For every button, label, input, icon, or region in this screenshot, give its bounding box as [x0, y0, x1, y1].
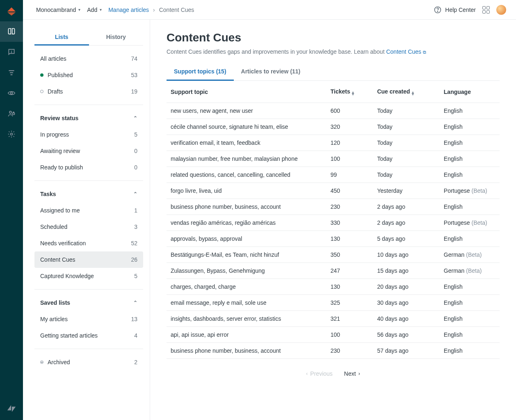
sidebar-item[interactable]: Scheduled3 [34, 219, 143, 235]
cell-topic: Zulassungen, Bypass, Genehmigung [167, 263, 326, 279]
cell-language: German (Beta) [440, 247, 500, 263]
nav-rail [0, 0, 23, 420]
cell-language: English [440, 151, 500, 167]
cell-tickets: 100 [326, 151, 373, 167]
sidebar-item-label: My articles [40, 316, 68, 322]
cell-tickets: 100 [326, 327, 373, 343]
table-row[interactable]: cécile channel source, signature hi team… [167, 119, 500, 135]
section-tasks[interactable]: Tasks ⌃ [34, 186, 143, 202]
table-row[interactable]: email message, reply e mail, sole use325… [167, 295, 500, 311]
sidebar-item-count: 19 [131, 88, 137, 95]
sidebar-item[interactable]: Captured Knowledge5 [34, 268, 143, 284]
chevron-up-icon: ⌃ [133, 191, 137, 197]
nav-customize[interactable] [0, 83, 23, 103]
col-cue-created[interactable]: Cue created▴▾ [373, 81, 439, 103]
sidebar-item[interactable]: Published53 [34, 67, 143, 83]
sidebar-item-label: Scheduled [40, 224, 67, 230]
cell-tickets: 120 [326, 135, 373, 151]
table-row[interactable]: charges, charged, charge13020 days agoEn… [167, 279, 500, 295]
sidebar-item-count: 1 [134, 207, 137, 214]
cell-topic: related questions, cancel, cancelling, c… [167, 167, 326, 183]
svg-rect-4 [9, 70, 14, 71]
sidebar-item[interactable]: Assigned to me1 [34, 202, 143, 219]
table-row[interactable]: approvals, bypass, approval1305 days ago… [167, 231, 500, 247]
content-cues-doc-link[interactable]: Content Cues⧉ [386, 48, 426, 55]
app-switcher-icon[interactable] [482, 6, 490, 14]
cell-tickets: 130 [326, 279, 373, 295]
cell-topic: cécile channel source, signature hi team… [167, 119, 326, 135]
cell-language: English [440, 135, 500, 151]
sidebar-item[interactable]: Content Cues26 [34, 251, 143, 268]
col-support-topic[interactable]: Support topic [167, 81, 326, 103]
cell-topic: malaysian number, free number, malaysian… [167, 151, 326, 167]
sidebar-item[interactable]: Awaiting review0 [34, 143, 143, 159]
cell-tickets: 600 [326, 103, 373, 119]
sidebar-item[interactable]: In progress5 [34, 126, 143, 143]
breadcrumb-manage-articles[interactable]: Manage articles [108, 7, 149, 13]
avatar[interactable] [496, 5, 506, 15]
workspace-dropdown[interactable]: Monocambrand ▾ [36, 7, 80, 13]
cell-created: Today [373, 135, 439, 151]
breadcrumb-current: Content Cues [159, 7, 194, 13]
help-center-link[interactable]: Help Center [434, 6, 476, 14]
sidebar-item[interactable]: Ready to publish0 [34, 159, 143, 176]
sidebar-item[interactable]: Needs verification52 [34, 235, 143, 251]
nav-guide[interactable] [0, 21, 23, 42]
add-dropdown[interactable]: Add ▾ [87, 7, 102, 13]
sidebar-item-count: 0 [134, 164, 137, 171]
chevron-right-icon: › [153, 7, 155, 13]
cell-created: Today [373, 119, 439, 135]
nav-settings[interactable] [0, 124, 23, 144]
tab-support-topics[interactable]: Support topics (15) [167, 63, 234, 81]
table-row[interactable]: forgo livre, livea, uid450YesterdayPortu… [167, 183, 500, 199]
sidebar-item[interactable]: All articles74 [34, 50, 143, 67]
col-language[interactable]: Language [440, 81, 500, 103]
tab-lists[interactable]: Lists [34, 30, 89, 46]
chevron-down-icon: ▾ [78, 7, 80, 12]
table-row[interactable]: api, api issue, api error10056 days agoE… [167, 327, 500, 343]
section-title: Saved lists [40, 299, 70, 306]
svg-point-12 [438, 11, 438, 11]
breadcrumb: Manage articles › Content Cues [108, 7, 194, 13]
table-row[interactable]: business phone number, business, account… [167, 343, 500, 359]
sidebar-item-label: All articles [40, 55, 66, 62]
cell-language: Portugese (Beta) [440, 215, 500, 231]
sidebar-item[interactable]: My articles13 [34, 311, 143, 327]
table-row[interactable]: Zulassungen, Bypass, Genehmigung24715 da… [167, 263, 500, 279]
section-saved-lists[interactable]: Saved lists ⌃ [34, 294, 143, 311]
table-row[interactable]: Bestätigungs-E-Mail, es Team, nicht hinz… [167, 247, 500, 263]
chevron-right-icon: › [358, 371, 360, 377]
sidebar-item-archived[interactable]: Archived 2 [34, 354, 143, 370]
next-button[interactable]: Next› [344, 370, 360, 377]
chevron-up-icon: ⌃ [133, 115, 137, 121]
section-title: Tasks [40, 191, 56, 197]
sidebar-item-count: 5 [134, 131, 137, 138]
svg-point-10 [11, 133, 13, 135]
table-row[interactable]: related questions, cancel, cancelling, c… [167, 167, 500, 183]
cell-created: 57 days ago [373, 343, 439, 359]
table-row[interactable]: vendas região américas, região américas3… [167, 215, 500, 231]
tab-history[interactable]: History [89, 30, 144, 45]
cell-tickets: 247 [326, 263, 373, 279]
cell-tickets: 325 [326, 295, 373, 311]
cell-topic: verification email, it team, feedback [167, 135, 326, 151]
cell-topic: forgo livre, livea, uid [167, 183, 326, 199]
table-row[interactable]: verification email, it team, feedback120… [167, 135, 500, 151]
table-row[interactable]: new users, new agent, new user600TodayEn… [167, 103, 500, 119]
sidebar-item-count: 3 [134, 224, 137, 230]
nav-moderate[interactable] [0, 42, 23, 62]
nav-arrange[interactable] [0, 62, 23, 83]
table-row[interactable]: business phone number, business, account… [167, 199, 500, 215]
nav-permissions[interactable] [0, 103, 23, 124]
col-tickets[interactable]: Tickets▴▾ [326, 81, 373, 103]
cell-created: 30 days ago [373, 295, 439, 311]
sidebar-item[interactable]: Getting started articles4 [34, 327, 143, 344]
chevron-down-icon: ▾ [100, 7, 102, 12]
table-row[interactable]: insights, dashboards, server error, stat… [167, 311, 500, 327]
sidebar-tabs: Lists History [34, 30, 143, 46]
tab-articles-to-review[interactable]: Articles to review (11) [234, 63, 308, 80]
sidebar-item[interactable]: Drafts19 [34, 83, 143, 100]
table-row[interactable]: malaysian number, free number, malaysian… [167, 151, 500, 167]
section-review-status[interactable]: Review status ⌃ [34, 110, 143, 126]
cell-tickets: 99 [326, 167, 373, 183]
